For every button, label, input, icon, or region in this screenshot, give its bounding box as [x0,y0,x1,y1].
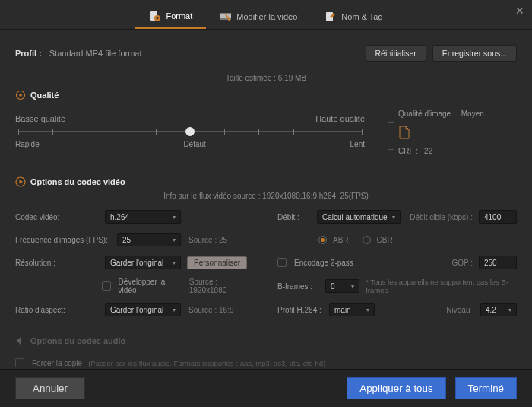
twopass-checkbox[interactable] [277,258,287,267]
bframes-label: B-frames : [277,282,319,291]
close-icon[interactable]: ✕ [515,5,524,17]
fps-source: Source : 25 [188,236,227,244]
resolution-label: Résolution : [15,259,99,267]
cbr-radio[interactable] [363,236,371,244]
speaker-icon [15,335,26,346]
force-copy-hint: (Passer par les flux audio. Formats supp… [88,359,325,367]
level-select[interactable]: 4.2▾ [480,303,517,316]
slider-knob[interactable] [185,127,195,136]
gear-icon [15,90,26,100]
document-pencil-icon [325,11,337,22]
document-gear-icon [149,11,161,21]
expand-video-label: Développer la vidéo [119,278,183,294]
level-label: Niveau : [446,306,474,314]
save-as-button[interactable]: Enregistrer sous... [432,45,517,62]
slow-label: Lent [350,140,365,148]
tab-name-tag[interactable]: Nom & Tag [311,5,396,29]
crf-label: CRF : [398,147,418,155]
fast-label: Rapide [15,140,40,148]
image-quality-label: Qualité d'image : [398,110,455,118]
twopass-label: Encodage 2-pass [294,259,353,267]
reset-button[interactable]: Réinitialiser [366,45,426,62]
quality-title: Qualité [30,91,59,100]
tab-name-tag-label: Nom & Tag [341,12,382,21]
h264-profile-select[interactable]: main▾ [329,303,375,316]
video-codec-label: Codec vidéo: [15,213,99,221]
fps-select[interactable]: 25▾ [117,233,181,246]
quality-slider[interactable] [18,131,362,132]
cancel-button[interactable]: Annuler [15,377,85,399]
filmstrip-cut-icon [220,11,232,22]
brace-decoration [388,122,394,150]
video-codec-title: Options du codec vidéo [30,177,125,186]
bframes-hint: * Tous les appareils ne supportent pas l… [366,278,517,294]
apply-all-button[interactable]: Appliquer à tous [347,377,445,399]
low-quality-label: Basse qualité [15,114,65,123]
gop-input[interactable]: 250 [479,256,517,269]
default-label: Défaut [183,140,205,148]
target-bitrate-input[interactable]: 4100 [479,210,517,224]
audio-codec-title: Options du codec audio [30,336,125,345]
tab-format-label: Format [166,11,192,21]
force-copy-checkbox[interactable] [15,358,24,367]
abr-radio[interactable] [318,236,327,244]
crf-value: 22 [424,147,432,155]
force-copy-label: Forcer la copie [32,359,82,367]
bitrate-select[interactable]: Calcul automatique▾ [317,210,401,224]
tab-bar: Format Modifier la vidéo Nom & Tag [0,0,532,30]
high-quality-label: Haute qualité [315,114,365,123]
resolution-select[interactable]: Garder l'original▾ [105,256,181,269]
abr-label: ABR [333,236,349,244]
svg-point-8 [19,94,22,97]
gop-label: GOP : [451,259,473,267]
svg-rect-4 [220,13,231,14]
tab-modify[interactable]: Modifier la vidéo [206,5,311,29]
bframes-select[interactable]: 0▾ [325,279,359,293]
done-button[interactable]: Terminé [455,377,517,399]
cbr-label: CBR [377,236,393,244]
bitrate-label: Débit : [277,213,311,221]
resolution-source: Source : 1920x1080 [189,278,255,294]
profile-value: Standard MP4 file format [49,49,142,58]
target-bitrate-label: Débit cible (kbps) : [410,213,473,221]
svg-point-2 [157,17,159,20]
video-codec-select[interactable]: h.264▾ [105,210,181,224]
play-circle-icon [15,176,26,187]
document-icon [398,126,410,139]
profile-label: Profil : [15,49,42,58]
tab-modify-label: Modifier la vidéo [236,12,297,21]
tab-format[interactable]: Format [135,5,206,29]
personalize-button[interactable]: Personnaliser [187,256,247,269]
estimated-size: Taille estimée : 6.19 MB [15,74,517,82]
source-stream-info: Info sur le flux vidéo source : 1920x108… [15,192,517,200]
aspect-select[interactable]: Garder l'original▾ [105,303,181,316]
aspect-source: Source : 16:9 [188,306,233,314]
fps-label: Fréquence d'images (FPS): [15,236,111,244]
footer: Annuler Appliquer à tous Terminé [0,369,532,407]
h264-profile-label: Profil H.264 : [277,306,323,314]
expand-video-checkbox[interactable] [102,281,111,291]
aspect-label: Ratio d'aspect: [15,306,99,314]
image-quality-value: Moyen [461,110,484,118]
